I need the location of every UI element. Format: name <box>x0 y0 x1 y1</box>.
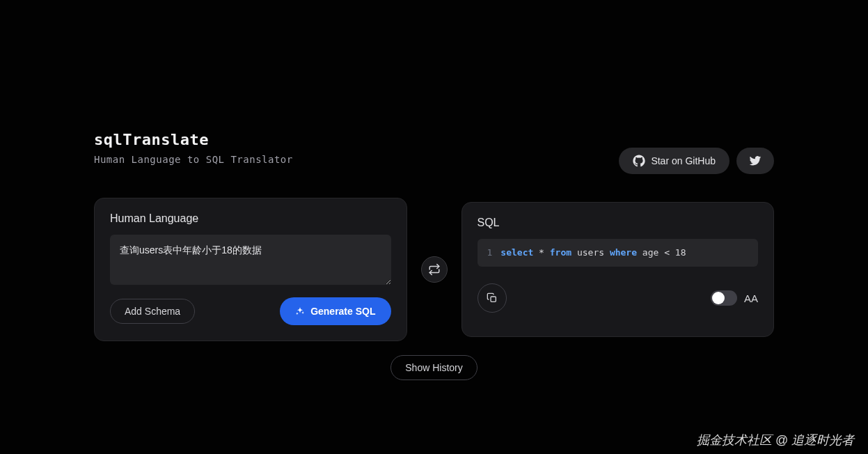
app-subtitle: Human Language to SQL Translator <box>94 154 293 165</box>
aa-label: AA <box>744 292 758 304</box>
output-panel: SQL 1 select * from users where age < 18… <box>461 202 775 337</box>
svg-rect-0 <box>491 297 496 302</box>
header-actions: Star on GitHub <box>619 148 774 174</box>
output-panel-actions: AA <box>478 283 759 313</box>
footer: Show History <box>0 355 868 380</box>
swap-button[interactable] <box>421 256 448 283</box>
generate-sql-label: Generate SQL <box>310 306 375 317</box>
app-title: sqlTranslate <box>94 131 293 148</box>
input-panel: Human Language Add Schema Generate SQL <box>94 198 407 341</box>
copy-icon <box>487 292 498 304</box>
title-block: sqlTranslate Human Language to SQL Trans… <box>94 131 293 165</box>
output-panel-title: SQL <box>478 217 759 229</box>
star-github-button[interactable]: Star on GitHub <box>619 148 729 174</box>
star-github-label: Star on GitHub <box>651 155 716 166</box>
sparkle-icon <box>295 306 305 316</box>
twitter-button[interactable] <box>736 148 774 174</box>
input-panel-actions: Add Schema Generate SQL <box>110 297 391 325</box>
github-icon <box>633 155 645 167</box>
generate-sql-button[interactable]: Generate SQL <box>280 297 390 325</box>
copy-button[interactable] <box>478 283 507 313</box>
case-toggle-wrap: AA <box>711 290 758 306</box>
show-history-button[interactable]: Show History <box>390 355 477 380</box>
twitter-icon <box>749 155 762 167</box>
main: Human Language Add Schema Generate SQL S… <box>0 174 868 341</box>
toggle-knob <box>712 292 725 304</box>
sql-code: select * from users where age < 18 <box>500 247 686 258</box>
case-toggle[interactable] <box>711 290 737 306</box>
line-number: 1 <box>487 247 493 258</box>
watermark: 掘金技术社区 @ 追逐时光者 <box>697 432 854 448</box>
sql-output: 1 select * from users where age < 18 <box>478 239 759 267</box>
input-panel-title: Human Language <box>110 212 391 225</box>
human-language-input[interactable] <box>110 235 391 285</box>
header: sqlTranslate Human Language to SQL Trans… <box>0 0 868 174</box>
swap-icon <box>428 263 441 276</box>
add-schema-button[interactable]: Add Schema <box>110 299 195 324</box>
